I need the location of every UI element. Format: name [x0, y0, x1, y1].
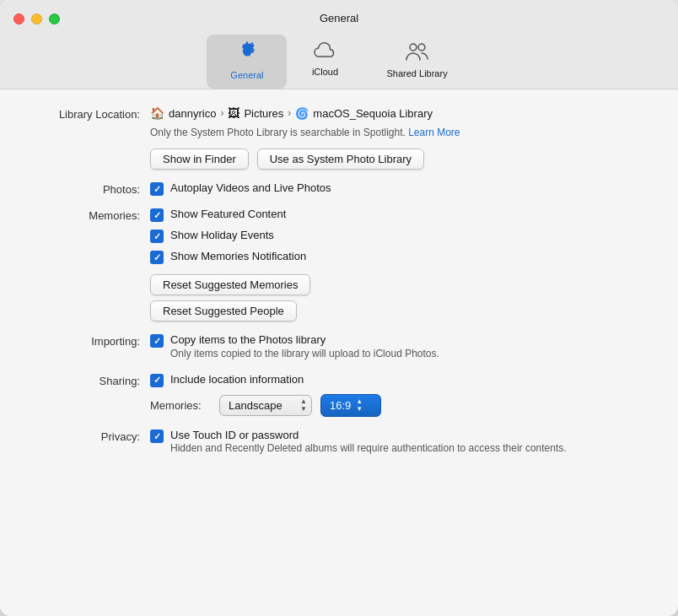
cloud-icon [313, 41, 336, 63]
toolbar: General iCloud [207, 35, 471, 89]
copy-items-checkbox[interactable]: ✓ [150, 334, 164, 348]
memories-section: Memories: ✓ Show Featured Content ✓ Show… [25, 208, 653, 322]
holiday-events-checkbox[interactable]: ✓ [150, 230, 164, 243]
touchid-row: ✓ Use Touch ID or password Hidden and Re… [150, 429, 653, 456]
landscape-select-wrapper: Landscape Portrait ▲ ▼ [219, 395, 312, 416]
sharing-memories-label: Memories: [150, 399, 211, 412]
holiday-events-row: ✓ Show Holiday Events [150, 229, 653, 243]
featured-content-label: Show Featured Content [170, 208, 286, 220]
copy-items-text: Copy items to the Photos library Only it… [170, 333, 439, 361]
path-user: dannyrico [169, 107, 216, 120]
main-window: General General [0, 0, 678, 616]
pictures-folder-icon: 🖼 [228, 106, 239, 120]
title-bar: General General [0, 0, 678, 89]
minimize-button[interactable] [31, 14, 42, 24]
path-library: macOS_Sequoia Library [313, 107, 433, 120]
landscape-select[interactable]: Landscape Portrait [219, 395, 312, 416]
autoplay-row: ✓ Autoplay Videos and Live Photos [150, 181, 653, 196]
memories-notification-checkbox[interactable]: ✓ [150, 251, 164, 264]
photos-section: Photos: ✓ Autoplay Videos and Live Photo… [25, 181, 653, 196]
sharing-section: Sharing: ✓ Include location information … [25, 373, 653, 418]
tab-general-label: General [230, 70, 263, 80]
content-area: Library Location: 🏠 dannyrico › 🖼 Pictur… [0, 89, 678, 616]
copy-items-row: ✓ Copy items to the Photos library Only … [150, 333, 653, 361]
people-icon [404, 41, 431, 65]
touchid-label: Use Touch ID or password [170, 429, 567, 441]
featured-content-row: ✓ Show Featured Content [150, 208, 653, 222]
library-location-content: 🏠 dannyrico › 🖼 Pictures › 🌀 macOS_Sequo… [150, 106, 653, 170]
svg-point-2 [418, 44, 425, 51]
tab-icloud-label: iCloud [312, 67, 338, 77]
reset-suggested-memories-button[interactable]: Reset Suggested Memories [150, 274, 310, 295]
tab-general[interactable]: General [207, 35, 287, 89]
traffic-lights [13, 14, 60, 24]
library-location-section: Library Location: 🏠 dannyrico › 🖼 Pictur… [25, 106, 653, 170]
path-arrow-2: › [288, 107, 291, 119]
touchid-sublabel: Hidden and Recently Deleted albums will … [170, 441, 567, 456]
tab-shared-library[interactable]: Shared Library [363, 35, 471, 89]
touchid-text: Use Touch ID or password Hidden and Rece… [170, 429, 567, 456]
reset-suggested-people-button[interactable]: Reset Suggested People [150, 300, 297, 322]
autoplay-label: Autoplay Videos and Live Photos [170, 181, 331, 194]
photos-content: ✓ Autoplay Videos and Live Photos [150, 181, 653, 196]
memories-label: Memories: [25, 208, 150, 222]
aspect-ratio-value: 16:9 [330, 399, 351, 412]
include-location-row: ✓ Include location information [150, 373, 653, 387]
aspect-ratio-spinner[interactable]: 16:9 ▲ ▼ [320, 394, 381, 418]
path-arrow-1: › [220, 107, 223, 119]
privacy-label: Privacy: [25, 429, 150, 443]
library-location-label: Library Location: [25, 106, 150, 121]
memories-content: ✓ Show Featured Content ✓ Show Holiday E… [150, 208, 653, 322]
tab-icloud[interactable]: iCloud [287, 35, 363, 89]
privacy-content: ✓ Use Touch ID or password Hidden and Re… [150, 429, 653, 456]
privacy-section: Privacy: ✓ Use Touch ID or password Hidd… [25, 429, 653, 456]
macos-icon: 🌀 [295, 107, 309, 120]
touchid-checkbox[interactable]: ✓ [150, 430, 164, 443]
copy-items-label: Copy items to the Photos library [170, 333, 439, 346]
holiday-events-label: Show Holiday Events [170, 229, 274, 241]
memories-notification-row: ✓ Show Memories Notification [150, 250, 653, 264]
copy-items-sublabel: Only items copied to the library will up… [170, 347, 439, 361]
close-button[interactable] [13, 14, 24, 24]
sharing-memories-row: Memories: Landscape Portrait ▲ ▼ 16:9 [150, 394, 653, 418]
memories-buttons: Reset Suggested Memories Reset Suggested… [150, 274, 653, 322]
library-path: 🏠 dannyrico › 🖼 Pictures › 🌀 macOS_Sequo… [150, 106, 653, 120]
spotlight-note: Only the System Photo Library is searcha… [150, 127, 653, 138]
aspect-spinner-arrows: ▲ ▼ [356, 398, 363, 413]
tab-shared-library-label: Shared Library [386, 68, 447, 78]
importing-content: ✓ Copy items to the Photos library Only … [150, 333, 653, 361]
importing-label: Importing: [25, 333, 150, 348]
gear-icon [236, 41, 258, 67]
autoplay-checkbox[interactable]: ✓ [150, 182, 164, 196]
maximize-button[interactable] [49, 14, 60, 24]
path-folder: Pictures [244, 107, 283, 120]
library-buttons: Show in Finder Use as System Photo Libra… [150, 149, 653, 170]
show-in-finder-button[interactable]: Show in Finder [150, 149, 249, 170]
svg-point-1 [410, 44, 417, 51]
photos-label: Photos: [25, 181, 150, 196]
importing-section: Importing: ✓ Copy items to the Photos li… [25, 333, 653, 361]
learn-more-link[interactable]: Learn More [408, 127, 460, 138]
sharing-label: Sharing: [25, 373, 150, 387]
window-title: General [320, 12, 358, 24]
include-location-checkbox[interactable]: ✓ [150, 374, 164, 387]
memories-notification-label: Show Memories Notification [170, 250, 306, 262]
featured-content-checkbox[interactable]: ✓ [150, 208, 164, 222]
include-location-label: Include location information [170, 373, 304, 386]
sharing-content: ✓ Include location information Memories:… [150, 373, 653, 418]
use-as-system-library-button[interactable]: Use as System Photo Library [257, 149, 424, 170]
user-folder-icon: 🏠 [150, 106, 164, 120]
